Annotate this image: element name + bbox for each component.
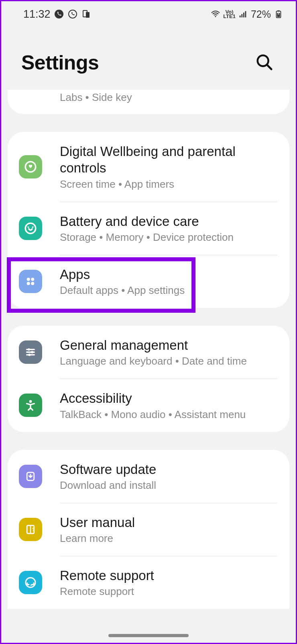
settings-item-subtitle: Storage • Memory • Device protection	[60, 231, 277, 244]
gesture-bar	[108, 634, 189, 637]
settings-item-title: Software update	[60, 461, 277, 478]
svg-rect-6	[241, 14, 242, 17]
svg-point-18	[27, 278, 30, 281]
status-right: Vo)LTE1 72%	[210, 8, 284, 20]
whatsapp-icon	[67, 9, 78, 19]
battery-text: 72%	[251, 8, 271, 20]
software-icon	[19, 465, 42, 488]
settings-item-apps[interactable]: Apps Default apps • App settings	[8, 255, 289, 308]
svg-point-27	[28, 354, 31, 356]
settings-item-advanced[interactable]: Labs • Side key	[8, 90, 289, 114]
volte-icon: Vo)LTE1	[223, 10, 236, 18]
svg-point-21	[31, 282, 34, 285]
settings-item-software[interactable]: Software update Download and install	[8, 450, 289, 503]
settings-item-remote[interactable]: Remote support Remote support	[8, 556, 289, 609]
search-icon	[255, 53, 274, 72]
search-button[interactable]	[255, 53, 274, 73]
settings-item-wellbeing[interactable]: Digital Wellbeing and parental controls …	[8, 132, 289, 202]
svg-rect-8	[245, 11, 246, 18]
settings-item-subtitle: Language and keyboard • Date and time	[60, 355, 277, 367]
status-bar: 11:32 Vo)LTE1 72%	[1, 1, 296, 23]
accessibility-icon	[19, 394, 42, 417]
settings-item-subtitle: Default apps • App settings	[60, 284, 277, 297]
wifi-icon	[210, 9, 221, 19]
wellbeing-icon	[19, 155, 42, 178]
settings-group-advanced: Labs • Side key	[8, 90, 289, 114]
svg-point-19	[31, 278, 34, 281]
settings-item-subtitle: Learn more	[60, 532, 277, 545]
settings-group-general: General management Language and keyboard…	[8, 326, 289, 432]
svg-text:?: ?	[32, 527, 35, 532]
page-title: Settings	[21, 51, 99, 74]
apps-icon	[19, 270, 42, 293]
phone-icon	[54, 9, 64, 19]
svg-point-17	[25, 223, 36, 234]
svg-point-28	[29, 400, 32, 403]
status-time: 11:32	[23, 8, 51, 21]
settings-item-title: Digital Wellbeing and parental controls	[60, 143, 277, 176]
remote-icon	[19, 571, 42, 594]
battery-icon	[273, 9, 284, 19]
settings-item-subtitle: Labs • Side key	[60, 91, 277, 104]
settings-item-battery[interactable]: Battery and device care Storage • Memory…	[8, 202, 289, 255]
settings-item-subtitle: TalkBack • Mono audio • Assistant menu	[60, 408, 277, 421]
svg-point-4	[215, 16, 216, 17]
settings-group-support: Software update Download and install ? U…	[8, 450, 289, 609]
svg-rect-7	[243, 12, 244, 17]
settings-group-device: Digital Wellbeing and parental controls …	[8, 132, 289, 308]
battery-care-icon	[19, 217, 42, 240]
signal-icon	[238, 9, 248, 19]
status-left: 11:32	[23, 8, 92, 21]
settings-item-subtitle: Remote support	[60, 585, 277, 598]
settings-item-title: Apps	[60, 266, 277, 283]
svg-point-0	[55, 10, 63, 18]
settings-item-subtitle: Download and install	[60, 479, 277, 492]
settings-item-general[interactable]: General management Language and keyboard…	[8, 326, 289, 379]
svg-rect-5	[240, 16, 241, 18]
settings-item-manual[interactable]: ? User manual Learn more	[8, 503, 289, 556]
svg-point-25	[31, 351, 33, 353]
manual-icon: ?	[19, 518, 42, 541]
svg-point-20	[27, 282, 30, 285]
general-icon	[19, 340, 42, 364]
settings-item-title: User manual	[60, 514, 277, 531]
settings-item-title: Accessibility	[60, 390, 277, 406]
header: Settings	[1, 23, 296, 90]
svg-line-13	[267, 64, 272, 69]
svg-rect-3	[86, 12, 90, 18]
settings-item-title: Battery and device care	[60, 213, 277, 230]
screen-icon	[81, 9, 92, 19]
settings-item-accessibility[interactable]: Accessibility TalkBack • Mono audio • As…	[8, 379, 289, 432]
svg-rect-10	[277, 10, 280, 12]
settings-item-subtitle: Screen time • App timers	[60, 178, 277, 191]
settings-item-title: Remote support	[60, 567, 277, 584]
settings-item-title: General management	[60, 337, 277, 353]
svg-point-23	[28, 349, 30, 351]
